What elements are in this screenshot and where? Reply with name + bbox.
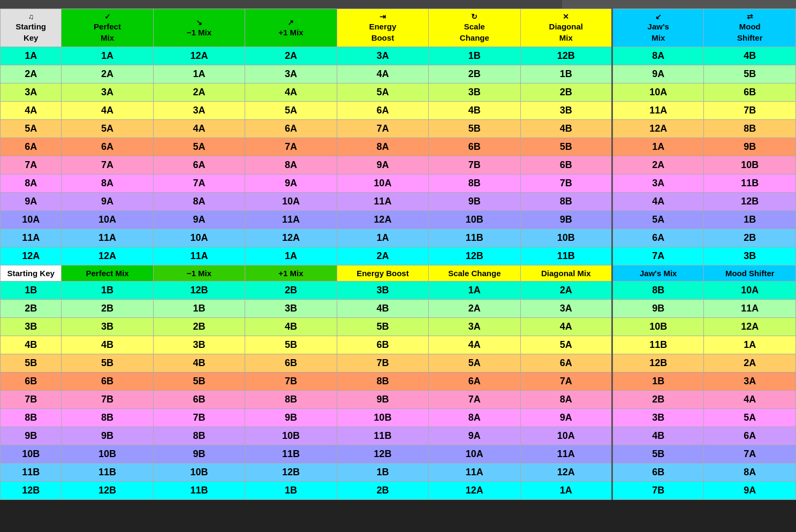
table-cell: 10A [1, 211, 62, 229]
table-cell: 6A [1, 138, 62, 156]
table-cell: 3A [337, 47, 428, 65]
table-cell: 11A [520, 445, 612, 463]
table-row: 4A4A3A5A6A4B3B11A7B [1, 102, 796, 120]
table-cell: 1A [704, 336, 796, 354]
table-cell: 1B [245, 482, 337, 500]
sub-header-cell: Starting Key [1, 265, 62, 282]
table-cell: 10A [153, 229, 245, 247]
table-cell: 12A [153, 47, 245, 65]
sub-header-cell: Perfect Mix [62, 265, 153, 282]
table-row: 6B6B5B7B8B6A7A1B3A [1, 373, 796, 391]
table-cell: 7B [245, 373, 337, 391]
table-cell: 10A [62, 211, 153, 229]
table-cell: 1A [1, 47, 62, 65]
table-cell: 8B [429, 174, 520, 193]
table-cell: 7A [337, 120, 428, 138]
table-row: 2A2A1A3A4A2B1B9A5B [1, 65, 796, 83]
table-row: 3B3B2B4B5B3A4A10B12A [1, 318, 796, 336]
table-cell: 2B [1, 300, 62, 318]
table-cell: 11A [429, 463, 520, 482]
table-cell: 12A [520, 463, 612, 482]
table-cell: 8A [1, 174, 62, 193]
table-cell: 4B [1, 336, 62, 354]
table-cell: 11A [62, 229, 153, 247]
col-header-minus1: ↘ −1 Mix [153, 9, 245, 47]
table-cell: 10B [1, 445, 62, 463]
table-cell: 11B [245, 445, 337, 463]
table-cell: 4B [429, 102, 520, 120]
table-cell: 12B [1, 482, 62, 500]
table-row: 1A1A12A2A3A1B12B8A4B [1, 47, 796, 65]
table-cell: 9B [704, 138, 796, 156]
table-cell: 7B [429, 156, 520, 174]
col-header-jaws: ↙ Jaw'sMix [612, 9, 704, 47]
table-cell: 9A [612, 65, 704, 83]
table-cell: 11A [704, 300, 796, 318]
table-cell: 12B [337, 445, 428, 463]
table-cell: 9B [62, 427, 153, 445]
table-cell: 7B [1, 391, 62, 409]
table-cell: 2B [704, 229, 796, 247]
table-cell: 1B [153, 300, 245, 318]
table-cell: 4B [62, 336, 153, 354]
table-cell: 11A [153, 247, 245, 265]
table-cell: 8B [1, 409, 62, 427]
table-cell: 6B [1, 373, 62, 391]
table-cell: 5A [1, 120, 62, 138]
table-cell: 8A [337, 138, 428, 156]
table-cell: 11B [62, 463, 153, 482]
table-cell: 1A [520, 482, 612, 500]
table-cell: 2A [704, 354, 796, 373]
table-cell: 2B [337, 482, 428, 500]
sub-header-cell: Mood Shifter [704, 265, 796, 282]
energy-icon: ⇥ [338, 12, 427, 21]
table-cell: 10B [704, 156, 796, 174]
table-cell: 9A [245, 174, 337, 193]
table-row: 5B5B4B6B7B5A6A12B2A [1, 354, 796, 373]
table-cell: 4B [612, 427, 704, 445]
table-cell: 9B [245, 409, 337, 427]
table-cell: 4B [520, 120, 612, 138]
table-cell: 9B [520, 211, 612, 229]
sub-header-cell: Scale Change [429, 265, 520, 282]
col-header-scale: ↻ ScaleChange [429, 9, 520, 47]
table-cell: 2B [245, 282, 337, 300]
table-cell: 4A [429, 336, 520, 354]
table-cell: 5B [62, 354, 153, 373]
header-row: ♫ StartingKey ✓ PerfectMix ↘ −1 Mix ↗ +1… [1, 9, 796, 47]
table-cell: 6B [612, 463, 704, 482]
col-header-diagonal: ✕ DiagonalMix [520, 9, 612, 47]
table-cell: 2A [153, 83, 245, 102]
table-row: 9B9B8B10B11B9A10A4B6A [1, 427, 796, 445]
table-cell: 8B [62, 409, 153, 427]
table-cell: 7B [704, 102, 796, 120]
table-cell: 8A [153, 193, 245, 211]
table-cell: 11A [337, 193, 428, 211]
table-cell: 10A [429, 445, 520, 463]
table-cell: 8A [704, 463, 796, 482]
table-cell: 1A [612, 138, 704, 156]
table-cell: 11B [1, 463, 62, 482]
table-cell: 5A [429, 354, 520, 373]
table-cell: 4B [245, 318, 337, 336]
table-cell: 6B [429, 138, 520, 156]
table-row: 1B1B12B2B3B1A2A8B10A [1, 282, 796, 300]
table-cell: 8B [337, 373, 428, 391]
table-cell: 7A [62, 156, 153, 174]
table-row: 12A12A11A1A2A12B11B7A3B [1, 247, 796, 265]
table-cell: 4A [1, 102, 62, 120]
table-cell: 10A [704, 282, 796, 300]
table-cell: 6B [520, 156, 612, 174]
table-cell: 10A [337, 174, 428, 193]
table-cell: 10A [612, 83, 704, 102]
table-cell: 2A [245, 47, 337, 65]
col-header-mood: ⇄ MoodShifter [704, 9, 796, 47]
table-cell: 3B [429, 83, 520, 102]
table-cell: 7B [520, 174, 612, 193]
table-cell: 10A [520, 427, 612, 445]
table-cell: 11B [704, 174, 796, 193]
table-cell: 12B [153, 282, 245, 300]
col-header-perfect: ✓ PerfectMix [62, 9, 153, 47]
table-cell: 3B [153, 336, 245, 354]
table-row: 7A7A6A8A9A7B6B2A10B [1, 156, 796, 174]
